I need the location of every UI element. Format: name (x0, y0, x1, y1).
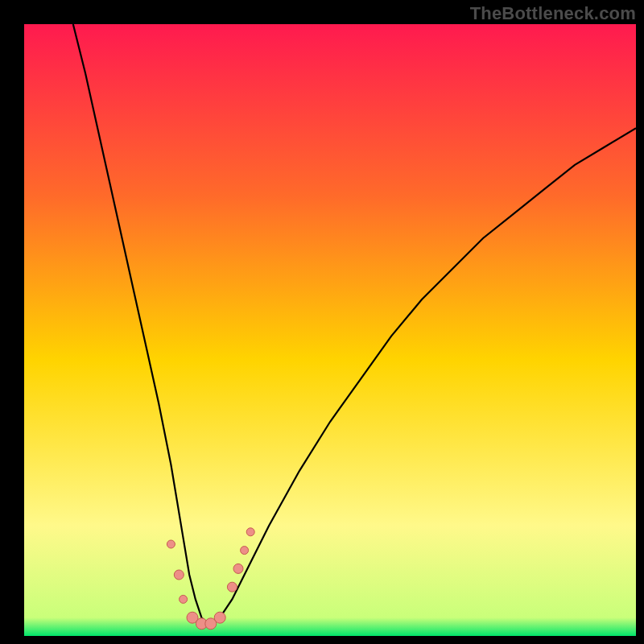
data-marker (167, 540, 175, 548)
data-marker (227, 582, 237, 592)
plot-area (24, 24, 636, 636)
watermark-text: TheBottleneck.com (470, 3, 636, 24)
gradient-background (24, 24, 636, 636)
data-marker (233, 564, 243, 573)
data-marker (241, 547, 249, 555)
data-marker (214, 612, 225, 623)
chart-svg (24, 24, 636, 636)
chart-stage: TheBottleneck.com (0, 0, 644, 644)
data-marker (174, 570, 184, 580)
data-marker (246, 528, 254, 536)
data-marker (180, 595, 188, 603)
